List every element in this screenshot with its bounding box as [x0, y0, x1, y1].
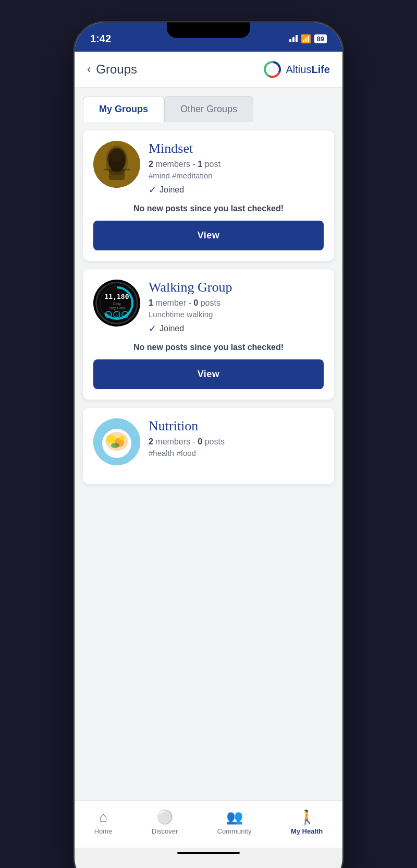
- svg-text:Step Goal: Step Goal: [108, 306, 125, 310]
- group-top-mindset: Mindset 2 members - 1 post #mind #medita…: [93, 141, 324, 196]
- bottom-nav: ⌂ Home ⚪ Discover 👥 Community 🚶 My Healt…: [75, 800, 342, 848]
- nav-label-community: Community: [217, 827, 252, 835]
- svg-text:◎: ◎: [107, 314, 110, 317]
- nutrition-avatar-svg: [93, 418, 140, 465]
- status-time: 1:42: [90, 33, 111, 45]
- svg-point-4: [111, 149, 123, 162]
- no-new-posts-walking: No new posts since you last checked!: [93, 343, 324, 352]
- logo-text-bold: Life: [311, 64, 330, 75]
- svg-text:◎: ◎: [116, 314, 118, 317]
- watch-face: 11,180 Daily Step Goal ◎ ◎ ◎: [95, 282, 138, 324]
- community-icon: 👥: [226, 809, 243, 825]
- nav-item-discover[interactable]: ⚪ Discover: [143, 807, 187, 837]
- group-info-walking: Walking Group 1 member - 0 posts Lunchti…: [149, 280, 324, 334]
- logo-text: AltiusLife: [286, 64, 330, 76]
- svg-point-24: [111, 443, 119, 448]
- view-button-mindset[interactable]: View: [93, 221, 324, 250]
- tabs-container: My Groups Other Groups: [75, 88, 342, 122]
- battery-icon: 89: [314, 34, 327, 43]
- svg-text:Daily: Daily: [113, 302, 121, 306]
- my-health-icon: 🚶: [299, 809, 315, 825]
- header-left: ‹ Groups: [87, 62, 137, 77]
- group-name-mindset: Mindset: [149, 141, 324, 156]
- phone-shell: 1:42 📶 89 ‹ Groups AltiusLife: [73, 21, 344, 868]
- svg-point-1: [270, 67, 275, 72]
- group-tags-walking: Lunchtime walking: [149, 310, 324, 319]
- svg-point-3: [107, 148, 126, 171]
- group-avatar-nutrition: [93, 418, 140, 465]
- notch: [167, 22, 250, 38]
- svg-text:◎: ◎: [124, 314, 127, 317]
- svg-rect-5: [109, 170, 125, 180]
- mindset-avatar-svg: [93, 141, 140, 188]
- nav-item-community[interactable]: 👥 Community: [209, 807, 260, 837]
- group-name-nutrition: Nutrition: [149, 418, 324, 434]
- group-tags-nutrition: #health #food: [149, 449, 324, 457]
- back-button[interactable]: ‹: [87, 63, 91, 76]
- group-info-nutrition: Nutrition 2 members - 0 posts #health #f…: [149, 418, 324, 462]
- nav-label-home: Home: [94, 827, 113, 835]
- home-icon: ⌂: [99, 809, 107, 825]
- group-card-mindset: Mindset 2 members - 1 post #mind #medita…: [83, 130, 334, 261]
- tab-other-groups[interactable]: Other Groups: [164, 96, 253, 122]
- signal-icon: [289, 35, 298, 42]
- group-avatar-mindset: [93, 141, 140, 188]
- svg-text:11,180: 11,180: [105, 293, 129, 300]
- group-info-mindset: Mindset 2 members - 1 post #mind #medita…: [149, 141, 324, 196]
- main-content: Mindset 2 members - 1 post #mind #medita…: [75, 122, 342, 800]
- group-meta-mindset: 2 members - 1 post: [149, 160, 324, 169]
- app-logo: AltiusLife: [263, 60, 330, 79]
- watch-svg: 11,180 Daily Step Goal ◎ ◎ ◎: [97, 283, 137, 323]
- group-card-walking: 11,180 Daily Step Goal ◎ ◎ ◎: [83, 269, 334, 400]
- check-icon-mindset: ✓: [149, 184, 156, 196]
- home-indicator: [177, 852, 240, 854]
- page-title: Groups: [96, 62, 137, 77]
- joined-badge-mindset: ✓ Joined: [149, 184, 324, 196]
- nav-label-discover: Discover: [152, 827, 178, 835]
- wifi-icon: 📶: [301, 34, 311, 44]
- group-top-walking: 11,180 Daily Step Goal ◎ ◎ ◎: [93, 280, 324, 334]
- joined-badge-walking: ✓ Joined: [149, 323, 324, 334]
- group-card-nutrition: Nutrition 2 members - 0 posts #health #f…: [83, 408, 334, 484]
- app-header: ‹ Groups AltiusLife: [75, 52, 342, 88]
- logo-icon: [263, 60, 282, 79]
- status-icons: 📶 89: [289, 34, 327, 44]
- nav-item-home[interactable]: ⌂ Home: [86, 807, 121, 837]
- svg-point-25: [119, 436, 125, 441]
- view-button-walking[interactable]: View: [93, 359, 324, 389]
- group-name-walking: Walking Group: [149, 280, 324, 295]
- group-tags-mindset: #mind #meditation: [149, 171, 324, 180]
- group-top-nutrition: Nutrition 2 members - 0 posts #health #f…: [93, 418, 324, 465]
- nav-label-my-health: My Health: [291, 827, 323, 835]
- check-icon-walking: ✓: [149, 323, 156, 334]
- group-meta-walking: 1 member - 0 posts: [149, 298, 324, 308]
- tab-my-groups[interactable]: My Groups: [83, 96, 164, 122]
- discover-icon: ⚪: [156, 809, 173, 825]
- no-new-posts-mindset: No new posts since you last checked!: [93, 204, 324, 213]
- group-avatar-walking: 11,180 Daily Step Goal ◎ ◎ ◎: [93, 280, 140, 327]
- nav-item-my-health[interactable]: 🚶 My Health: [283, 807, 331, 837]
- group-meta-nutrition: 2 members - 0 posts: [149, 437, 324, 447]
